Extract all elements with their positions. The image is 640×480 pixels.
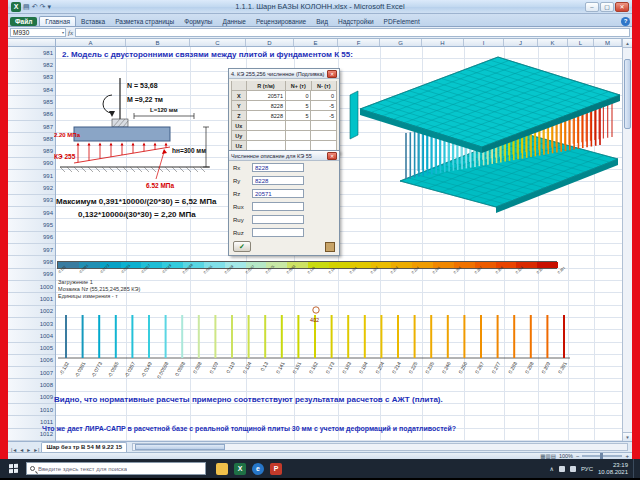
ribbon-tab-0[interactable]: Файл (10, 17, 37, 26)
row-header[interactable]: 988 (8, 133, 55, 145)
dialog1-titlebar[interactable]: 4. КЭ 255,256 численное (Подливка) ✕ (229, 69, 339, 79)
row-header[interactable]: 1009 (8, 392, 55, 404)
select-all-corner[interactable] (8, 39, 56, 47)
ribbon-tab-7[interactable]: Вид (311, 17, 333, 26)
column-header-J[interactable]: J (504, 39, 538, 47)
vertical-scrollbar[interactable]: ▲ ▼ (622, 39, 632, 441)
qat-dropdown-icon[interactable]: ▾ (47, 2, 51, 12)
taskbar-icon-excel[interactable]: X (234, 463, 246, 475)
fx-icon[interactable]: fx (68, 29, 73, 37)
dialog2-titlebar[interactable]: Численное описание для КЭ 55 ✕ (229, 151, 339, 161)
dialog1-cell[interactable]: 5 (286, 111, 312, 121)
row-header[interactable]: 992 (8, 182, 55, 194)
row-header[interactable]: 982 (8, 59, 55, 71)
row-header[interactable]: 999 (8, 269, 55, 281)
zoom-slider[interactable] (582, 455, 622, 457)
dialog2-field-input[interactable] (252, 215, 304, 224)
dialog2-field-input[interactable]: 8228 (252, 163, 304, 172)
dialog2-close-icon[interactable]: ✕ (327, 152, 337, 160)
ok-button[interactable]: ✓ (233, 241, 251, 252)
column-header-A[interactable]: A (56, 39, 126, 47)
column-header-B[interactable]: B (126, 39, 190, 47)
row-header[interactable]: 981 (8, 47, 55, 59)
horizontal-scrollbar[interactable] (132, 443, 628, 451)
row-header[interactable]: 997 (8, 244, 55, 256)
sheet-tab-active[interactable]: Шар без тр В 54 М 9.22 15 (41, 442, 127, 452)
row-header[interactable]: 1007 (8, 367, 55, 379)
row-header[interactable]: 1003 (8, 318, 55, 330)
dialog1-close-icon[interactable]: ✕ (327, 70, 337, 78)
help-icon[interactable]: ? (621, 17, 630, 26)
scroll-down-icon[interactable]: ▼ (623, 432, 632, 441)
ribbon-tab-5[interactable]: Данные (217, 17, 250, 26)
dialog1-cell[interactable]: 20571 (247, 91, 286, 101)
column-header-C[interactable]: C (190, 39, 246, 47)
dialog1-cell[interactable] (311, 131, 337, 141)
dialog1-cell[interactable] (247, 131, 286, 141)
clock[interactable]: 23:19 10.08.2021 (598, 462, 628, 476)
dialog1-cell[interactable] (311, 121, 337, 131)
dialog2-field-input[interactable]: 8228 (252, 176, 304, 185)
column-header-M[interactable]: M (594, 39, 622, 47)
dialog1-cell[interactable]: 8228 (247, 111, 286, 121)
dialog1-cell[interactable] (286, 121, 312, 131)
dialog1-cell[interactable]: 8228 (247, 101, 286, 111)
row-header[interactable]: 993 (8, 195, 55, 207)
redo-icon[interactable]: ↷ (40, 2, 46, 12)
ribbon-tab-8[interactable]: Надстройки (333, 17, 379, 26)
language-indicator[interactable]: РУС (581, 466, 593, 472)
tray-icon-2[interactable] (570, 466, 576, 472)
taskbar-icon-browser[interactable]: e (252, 463, 264, 475)
scroll-up-icon[interactable]: ▲ (623, 39, 632, 48)
row-header[interactable]: 983 (8, 72, 55, 84)
column-header-E[interactable]: E (294, 39, 338, 47)
name-box-dropdown-icon[interactable]: ▾ (62, 29, 65, 36)
ribbon-tab-9[interactable]: PDFelement (379, 17, 425, 26)
taskbar-icon-file-explorer[interactable] (216, 463, 228, 475)
row-header[interactable]: 1008 (8, 379, 55, 391)
row-header[interactable]: 984 (8, 84, 55, 96)
row-header[interactable]: 990 (8, 158, 55, 170)
dialog2-field-input[interactable]: 20571 (252, 189, 304, 198)
name-box[interactable]: M930 ▾ (10, 28, 66, 37)
horizontal-scroll-thumb[interactable] (135, 444, 225, 450)
row-header[interactable]: 994 (8, 207, 55, 219)
row-header[interactable]: 987 (8, 121, 55, 133)
undo-icon[interactable]: ↶ (32, 2, 38, 12)
dialog1-cell[interactable] (286, 131, 312, 141)
tray-chevron-icon[interactable]: ∧ (550, 465, 554, 472)
ribbon-tab-4[interactable]: Формулы (179, 17, 217, 26)
formula-input[interactable] (75, 28, 630, 37)
row-header[interactable]: 989 (8, 146, 55, 158)
close-button[interactable]: ✕ (615, 2, 629, 12)
dialog1-cell[interactable] (247, 121, 286, 131)
tray-icon-1[interactable] (559, 466, 565, 472)
dialog1-cell[interactable]: 0 (311, 91, 337, 101)
show-desktop-button[interactable] (633, 459, 637, 478)
column-header-H[interactable]: H (422, 39, 464, 47)
dialog1-cell[interactable]: 5 (286, 101, 312, 111)
taskbar-search[interactable]: Введите здесь текст для поиска (26, 462, 206, 475)
ribbon-tab-6[interactable]: Рецензирование (251, 17, 311, 26)
stiffness-edit-dialog[interactable]: Численное описание для КЭ 55 ✕ Rx8228Ry8… (228, 150, 340, 256)
ribbon-tab-2[interactable]: Вставка (76, 17, 110, 26)
ribbon-tab-3[interactable]: Разметка страницы (110, 17, 179, 26)
column-header-L[interactable]: L (568, 39, 594, 47)
minimize-button[interactable]: – (585, 2, 599, 12)
ribbon-tab-1[interactable]: Главная (39, 16, 76, 26)
row-header[interactable]: 985 (8, 96, 55, 108)
row-header[interactable]: 1005 (8, 343, 55, 355)
dialog2-field-input[interactable] (252, 202, 304, 211)
column-header-G[interactable]: G (380, 39, 422, 47)
column-header-D[interactable]: D (246, 39, 294, 47)
dialog1-cell[interactable]: -5 (311, 101, 337, 111)
row-header[interactable]: 1010 (8, 404, 55, 416)
row-header[interactable]: 1001 (8, 293, 55, 305)
column-header-I[interactable]: I (464, 39, 504, 47)
column-header-F[interactable]: F (338, 39, 380, 47)
row-header[interactable]: 1000 (8, 281, 55, 293)
row-header[interactable]: 996 (8, 232, 55, 244)
row-header[interactable]: 995 (8, 219, 55, 231)
row-header[interactable]: 986 (8, 109, 55, 121)
column-header-K[interactable]: K (538, 39, 568, 47)
